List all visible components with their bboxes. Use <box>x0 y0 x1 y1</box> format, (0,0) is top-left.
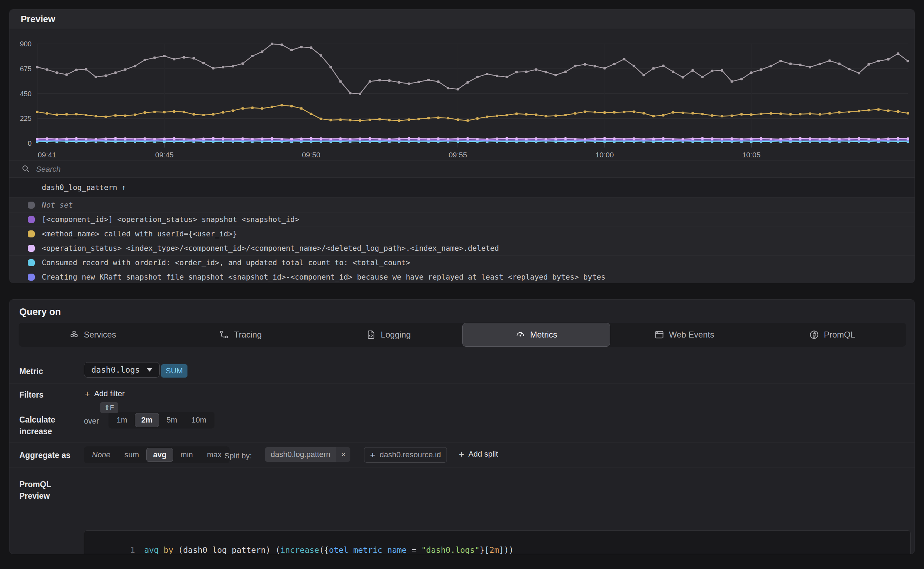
split-suggestion-label: dash0.resource.id <box>379 450 441 459</box>
svg-text:09:50: 09:50 <box>302 151 320 159</box>
split-chip-dash0-log-pattern[interactable]: dash0.log.pattern × <box>265 447 350 462</box>
series-color-swatch <box>28 216 35 223</box>
search-input[interactable] <box>35 164 915 174</box>
calculate-increase-label: Calculate increase <box>19 414 72 438</box>
line-number: 1 <box>130 545 135 554</box>
metric-type-badge: SUM <box>161 364 187 377</box>
tab-label: Services <box>84 330 116 340</box>
code-token: otel_metric_name <box>329 545 407 554</box>
svg-text:10:00: 10:00 <box>595 151 614 159</box>
plus-icon: + <box>85 389 90 398</box>
logging-icon <box>366 330 376 340</box>
code-token: ) ( <box>266 545 281 554</box>
code-token: by <box>164 545 173 554</box>
tab-label: Metrics <box>530 330 557 340</box>
tracing-icon <box>219 330 229 340</box>
metric-row: Metric dash0.logs SUM <box>9 359 915 383</box>
tab-label: Web Events <box>669 330 715 340</box>
series-color-swatch <box>28 202 35 208</box>
code-token: dash0_log_pattern <box>183 545 266 554</box>
series-color-swatch <box>28 259 35 266</box>
tab-metrics[interactable]: Metrics <box>462 323 610 347</box>
legend-header[interactable]: dash0_log_pattern ↑ <box>9 177 915 198</box>
promql-code: avg by (dash0_log_pattern) (increase({ot… <box>144 545 514 554</box>
add-split-label: Add split <box>468 450 498 459</box>
tab-tracing[interactable]: Tracing <box>166 323 314 347</box>
option-min[interactable]: min <box>174 448 199 462</box>
sort-ascending-icon: ↑ <box>121 183 126 192</box>
tab-label: Tracing <box>234 330 261 340</box>
svg-text:09:55: 09:55 <box>449 151 467 159</box>
services-icon <box>69 330 79 340</box>
code-token: ])) <box>499 545 514 554</box>
promql-code-editor[interactable]: 1avg by (dash0_log_pattern) (increase({o… <box>84 530 911 554</box>
search-icon <box>21 164 30 174</box>
timeseries-chart[interactable]: 022545067590009:4109:4509:5009:5510:0010… <box>9 29 915 161</box>
add-filter-button[interactable]: + Add filter <box>85 389 124 398</box>
option-5m[interactable]: 5m <box>160 413 184 427</box>
tab-logging[interactable]: Logging <box>314 323 462 347</box>
legend-row[interactable]: Creating new KRaft snapshot file snapsho… <box>9 270 915 283</box>
code-token: = <box>407 545 421 554</box>
split-suggestion-dash0-resource-id[interactable]: + dash0.resource.id <box>364 447 447 463</box>
svg-text:09:41: 09:41 <box>38 151 56 159</box>
promql-code-area[interactable]: 1avg by (dash0_log_pattern) (increase({o… <box>84 531 910 554</box>
svg-text:10:05: 10:05 <box>742 151 761 159</box>
tab-promql[interactable]: PromQL <box>758 323 906 347</box>
svg-text:09:45: 09:45 <box>155 151 174 159</box>
legend-header-label: dash0_log_pattern <box>42 183 117 192</box>
query-panel: Query on ServicesTracingLoggingMetricsWe… <box>9 299 915 554</box>
code-token: [ <box>484 545 489 554</box>
option-none[interactable]: None <box>85 448 117 462</box>
calculate-increase-row: Calculate increase over 1m2m5m10m <box>9 405 915 442</box>
add-filter-label: Add filter <box>94 389 124 398</box>
metric-label: Metric <box>19 366 76 377</box>
svg-text:450: 450 <box>20 90 32 97</box>
code-token <box>159 545 164 554</box>
metric-dropdown[interactable]: dash0.logs <box>84 362 160 377</box>
series-label: Creating new KRaft snapshot file snapsho… <box>42 273 605 281</box>
option-2m[interactable]: 2m <box>135 413 159 427</box>
tab-label: Logging <box>381 330 411 340</box>
option-10m[interactable]: 10m <box>185 413 213 427</box>
preview-panel: Preview 022545067590009:4109:4509:5009:5… <box>9 9 915 283</box>
promql-preview-label: PromQL Preview <box>19 479 82 502</box>
series-label: [<component_id>] <operation_status> snap… <box>42 215 299 224</box>
remove-split-icon[interactable]: × <box>336 447 350 462</box>
svg-text:0: 0 <box>28 140 32 147</box>
code-token: increase <box>280 545 319 554</box>
code-token: "dash0.logs" <box>421 545 479 554</box>
code-token: ( <box>173 545 183 554</box>
query-source-tabs: ServicesTracingLoggingMetricsWeb EventsP… <box>18 323 906 347</box>
series-label: <method_name> called with userId={<user_… <box>42 230 237 238</box>
tab-services[interactable]: Services <box>18 323 166 347</box>
svg-text:225: 225 <box>20 114 32 122</box>
preview-panel-header: Preview <box>9 9 915 29</box>
chart-svg: 022545067590009:4109:4509:5009:5510:0010… <box>9 29 915 161</box>
series-label: <operation_status> <index_type>/<compone… <box>42 244 499 253</box>
tab-web-events[interactable]: Web Events <box>610 323 758 347</box>
aggregation-segmented-control: Nonesumavgminmax <box>84 446 230 463</box>
legend-row[interactable]: [<component_id>] <operation_status> snap… <box>9 213 915 227</box>
web-events-icon <box>654 330 664 340</box>
code-token: ({ <box>319 545 329 554</box>
metrics-icon <box>515 330 525 340</box>
code-token: } <box>479 545 484 554</box>
preview-title: Preview <box>21 14 55 24</box>
code-token: avg <box>144 545 159 554</box>
aggregate-as-label: Aggregate as <box>19 450 76 461</box>
series-color-swatch <box>28 245 35 252</box>
legend-search-row <box>9 161 915 177</box>
option-1m[interactable]: 1m <box>110 413 134 427</box>
legend-row[interactable]: Consumed record with orderId: <order_id>… <box>9 256 915 270</box>
option-sum[interactable]: sum <box>118 448 146 462</box>
series-color-swatch <box>28 274 35 281</box>
add-split-button[interactable]: + Add split <box>459 450 498 459</box>
legend-row[interactable]: <operation_status> <index_type>/<compone… <box>9 241 915 256</box>
legend-row[interactable]: <method_name> called with userId={<user_… <box>9 227 915 241</box>
option-avg[interactable]: avg <box>146 448 173 462</box>
legend-row[interactable]: Not set <box>9 198 915 213</box>
chevron-down-icon <box>147 368 152 371</box>
svg-text:900: 900 <box>20 40 32 48</box>
series-label: Not set <box>42 201 73 209</box>
